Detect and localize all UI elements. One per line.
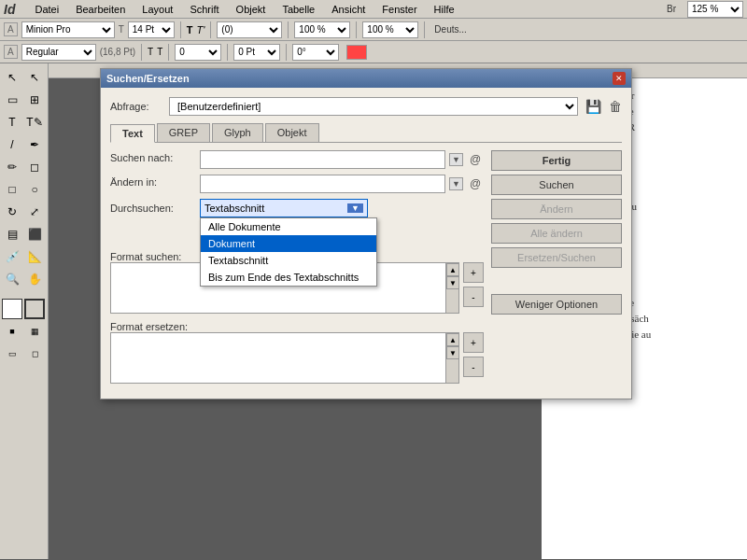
gradient-tool[interactable]: ▤ bbox=[2, 224, 22, 245]
font-select[interactable]: Minion Pro bbox=[21, 21, 115, 38]
format-suchen-minus-icon[interactable]: - bbox=[463, 287, 484, 307]
page-tool[interactable]: ▭ bbox=[2, 90, 22, 110]
dialog-suchen-ersetzen: Suchen/Ersetzen ✕ Abfrage: [Benutzerdefi… bbox=[100, 68, 632, 399]
save-abfrage-icon[interactable]: 💾 bbox=[585, 99, 601, 114]
menu-schrift[interactable]: Schrift bbox=[187, 3, 221, 16]
format-ersetzen-scrollbar[interactable]: ▲ ▼ bbox=[445, 333, 458, 383]
delete-abfrage-icon[interactable]: 🗑 bbox=[609, 99, 622, 114]
aendern-input[interactable] bbox=[200, 175, 445, 193]
apply-gradient-btn[interactable]: ▦ bbox=[24, 321, 45, 342]
suchen-button[interactable]: Suchen bbox=[491, 175, 622, 195]
measure-tool[interactable]: 📐 bbox=[24, 246, 45, 267]
eraser-tool[interactable]: ◻ bbox=[24, 157, 45, 177]
fill-swatch[interactable] bbox=[2, 299, 22, 319]
menu-tabelle[interactable]: Tabelle bbox=[279, 3, 317, 16]
format-ersetzen-scroll-up[interactable]: ▲ bbox=[446, 333, 459, 346]
abfrage-label: Abfrage: bbox=[110, 101, 162, 112]
rect-tool[interactable]: □ bbox=[2, 179, 22, 200]
tab-grep[interactable]: GREP bbox=[157, 123, 210, 142]
sep3 bbox=[288, 21, 289, 38]
scale-select[interactable]: 100 % bbox=[294, 21, 350, 38]
dialog-close-button[interactable]: ✕ bbox=[613, 72, 626, 85]
font-size-select[interactable]: 14 Pt bbox=[128, 21, 175, 38]
select-tool[interactable]: ↖ bbox=[2, 67, 22, 88]
weniger-optionen-button[interactable]: Weniger Optionen bbox=[491, 294, 622, 315]
toolbar-2: A Regular (16,8 Pt) T T 0 0 Pt 0° bbox=[0, 41, 747, 63]
ersetzen-suchen-button[interactable]: Ersetzen/Suchen bbox=[491, 247, 622, 268]
aendern-button[interactable]: Ändern bbox=[491, 199, 622, 219]
durchsuchen-dropdown-wrap: Textabschnitt ▼ Alle Dokumente Dokument … bbox=[200, 199, 368, 217]
text-tool[interactable]: T bbox=[2, 112, 22, 133]
durchsuchen-select[interactable]: Textabschnitt ▼ bbox=[200, 199, 368, 217]
aendern-dropdown-arrow[interactable]: ▼ bbox=[449, 177, 463, 190]
rotate-tool[interactable]: ↻ bbox=[2, 202, 22, 222]
scroll-down-arrow[interactable]: ▼ bbox=[446, 276, 459, 289]
story-editor-tool[interactable]: T✎ bbox=[24, 112, 45, 133]
menu-ansicht[interactable]: Ansicht bbox=[329, 3, 368, 16]
scale-tool[interactable]: ⤢ bbox=[24, 202, 45, 222]
format-suchen-scrollbar[interactable]: ▲ ▼ bbox=[445, 263, 458, 313]
abfrage-select[interactable]: [Benutzerdefiniert] bbox=[169, 97, 578, 116]
dialog-content-wrap: Suchen nach: ▼ @ Ändern in: bbox=[110, 150, 622, 389]
menu-datei[interactable]: Datei bbox=[32, 3, 62, 16]
menu-fenster[interactable]: Fenster bbox=[379, 3, 419, 16]
pen-tool[interactable]: ✒ bbox=[24, 134, 45, 155]
stroke-swatch[interactable] bbox=[24, 299, 45, 319]
scale2-select[interactable]: 100 % bbox=[362, 21, 418, 38]
scroll-up-arrow[interactable]: ▲ bbox=[446, 263, 459, 276]
option-bis-zum-ende[interactable]: Bis zum Ende des Textabschnitts bbox=[201, 269, 376, 286]
kern-select[interactable]: 0 bbox=[175, 44, 221, 61]
sep1 bbox=[180, 21, 181, 38]
baseline-select[interactable]: 0 Pt bbox=[233, 44, 280, 61]
aendern-input-wrap: ▼ @ bbox=[200, 175, 484, 193]
menu-bearbeiten[interactable]: Bearbeiten bbox=[73, 3, 128, 16]
tracking-select[interactable]: (0) bbox=[217, 21, 282, 38]
hand-tool[interactable]: ✋ bbox=[24, 269, 45, 289]
tab-glyph[interactable]: Glyph bbox=[212, 123, 263, 142]
menu-bar: Id Datei Bearbeiten Layout Schrift Objek… bbox=[0, 0, 747, 19]
sep7 bbox=[168, 44, 169, 61]
preview-btn[interactable]: ◻ bbox=[24, 343, 45, 364]
zoom-tool[interactable]: 🔍 bbox=[2, 269, 22, 289]
normal-view-btn[interactable]: ▭ bbox=[2, 343, 22, 364]
format-ersetzen-minus-icon[interactable]: - bbox=[463, 357, 484, 377]
aendern-at-icon[interactable]: @ bbox=[467, 175, 484, 192]
direct-select-tool[interactable]: ↖ bbox=[24, 67, 45, 88]
angle-select[interactable]: 0° bbox=[292, 44, 339, 61]
format-suchen-add-icon[interactable]: + bbox=[463, 262, 484, 283]
style-select[interactable]: Regular bbox=[21, 44, 96, 61]
option-alle-dokumente[interactable]: Alle Dokumente bbox=[201, 218, 376, 235]
menu-layout[interactable]: Layout bbox=[139, 3, 176, 16]
dialog-tabs: Text GREP Glyph Objekt bbox=[110, 123, 622, 143]
T-down-icon: T bbox=[157, 47, 162, 57]
format-ersetzen-scroll-down[interactable]: ▼ bbox=[446, 346, 459, 359]
zoom-select[interactable]: 125 % bbox=[687, 1, 743, 18]
aendern-label: Ändern in: bbox=[110, 175, 194, 188]
pencil-tool[interactable]: ✏ bbox=[2, 157, 22, 177]
suchen-dropdown-arrow[interactable]: ▼ bbox=[449, 153, 463, 166]
menu-objekt[interactable]: Objekt bbox=[233, 3, 269, 16]
T-up-icon: T bbox=[148, 47, 153, 57]
ellipse-tool[interactable]: ○ bbox=[24, 179, 45, 200]
format-ersetzen-add-icon[interactable]: + bbox=[463, 332, 484, 353]
font-icon: A bbox=[4, 22, 18, 36]
suchen-input[interactable] bbox=[200, 150, 445, 169]
line-tool[interactable]: / bbox=[2, 134, 22, 155]
eyedropper-tool[interactable]: 💉 bbox=[2, 246, 22, 267]
option-textabschnitt[interactable]: Textabschnitt bbox=[201, 252, 376, 269]
tab-text[interactable]: Text bbox=[110, 124, 155, 143]
alle-aendern-button[interactable]: Alle ändern bbox=[491, 223, 622, 244]
format-ersetzen-box: ▲ ▼ bbox=[110, 332, 459, 384]
apply-color-btn[interactable]: ■ bbox=[2, 321, 22, 342]
menu-hilfe[interactable]: Hilfe bbox=[431, 3, 458, 16]
gap-tool[interactable]: ⊞ bbox=[24, 90, 45, 110]
option-dokument[interactable]: Dokument bbox=[201, 235, 376, 252]
color-tool[interactable]: ⬛ bbox=[24, 224, 45, 245]
color-swatch[interactable] bbox=[346, 45, 367, 60]
dialog-titlebar: Suchen/Ersetzen ✕ bbox=[101, 69, 631, 88]
tab-objekt[interactable]: Objekt bbox=[265, 123, 319, 142]
format-suchen-icons: + - bbox=[463, 262, 484, 307]
format-ersetzen-icons: + - bbox=[463, 332, 484, 377]
suchen-at-icon[interactable]: @ bbox=[467, 151, 484, 168]
fertig-button[interactable]: Fertig bbox=[491, 150, 622, 171]
